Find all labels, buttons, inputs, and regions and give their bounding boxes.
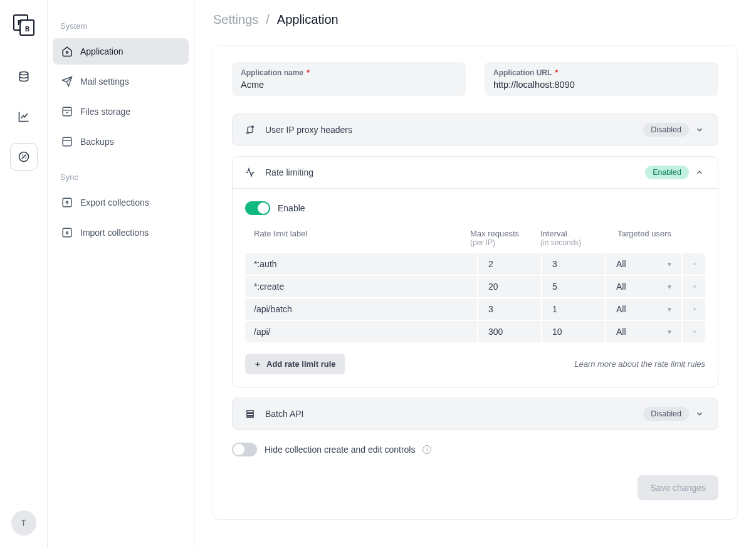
section-rate-label: Rate limiting [265,167,645,177]
svg-rect-17 [247,413,254,415]
rate-table-header: Rate limit label Max requests (per IP) I… [245,229,705,253]
plus-icon [254,361,261,368]
app-url-input[interactable] [493,78,710,91]
rate-row-max[interactable]: 3 [480,298,542,320]
app-name-field[interactable]: Application name * [232,62,466,96]
app-name-label: Application name * [241,68,457,77]
required-star: * [307,68,310,77]
sidebar-item-label: Import collections [80,228,149,238]
svg-point-15 [252,126,254,128]
rail-logs-icon[interactable] [10,103,38,130]
rate-limit-row: *:create205All▼ [245,276,705,298]
rate-row-interval[interactable]: 5 [543,276,606,297]
dropdown-icon: ▼ [666,306,673,313]
info-icon[interactable]: i [423,445,431,454]
sidebar-section-sync: Sync [53,170,189,184]
section-batch-header-toggle[interactable]: Batch API Disabled [233,398,718,429]
upload-icon [61,197,73,208]
chevron-up-icon [695,168,705,177]
col-label: Rate limit label [245,229,469,247]
rail-collections-icon[interactable] [10,63,38,90]
rate-row-target-select[interactable]: All▼ [607,276,683,297]
sidebar-item-export[interactable]: Export collections [53,189,189,216]
dropdown-icon: ▼ [666,283,673,290]
rate-row-target-select[interactable]: All▼ [607,321,683,342]
send-icon [61,76,73,87]
avatar[interactable]: T [11,510,36,535]
icon-rail: P B T [0,0,47,548]
rate-row-target-select[interactable]: All▼ [607,253,683,275]
learn-more-link[interactable]: Learn more about the rate limit rules [574,359,705,369]
col-interval: Interval (in seconds) [540,229,606,247]
home-icon [61,46,73,57]
rate-row-delete-button[interactable] [684,253,705,275]
rate-row-interval[interactable]: 10 [543,321,606,342]
rate-row-label[interactable]: *:auth [245,253,478,275]
breadcrumb-root[interactable]: Settings [213,13,258,27]
hide-controls-label: Hide collection create and edit controls [265,445,415,455]
download-icon [61,227,73,238]
col-max: Max requests (per IP) [470,229,539,247]
enable-toggle-label: Enable [278,203,305,213]
rate-row-max[interactable]: 20 [480,276,542,297]
section-rate-limiting: Rate limiting Enabled Enable Rate limit … [232,156,718,387]
rate-limiting-body: Enable Rate limit label Max requests (pe… [233,188,718,387]
save-changes-button[interactable]: Save changes [638,475,718,500]
rate-row-target-select[interactable]: All▼ [607,298,683,320]
sidebar-item-label: Export collections [80,198,149,208]
col-target: Targeted users [607,229,683,247]
dropdown-icon: ▼ [666,261,673,268]
archive-icon [61,106,73,117]
rate-row-interval[interactable]: 3 [543,253,606,275]
hide-controls-row: Hide collection create and edit controls… [232,443,718,456]
sidebar-item-files-storage[interactable]: Files storage [53,98,189,125]
sidebar-item-mail-settings[interactable]: Mail settings [53,68,189,95]
sidebar-item-application[interactable]: Application [53,38,189,65]
app-name-input[interactable] [241,78,457,91]
section-rate-header-toggle[interactable]: Rate limiting Enabled [233,157,718,188]
required-star: * [555,68,558,77]
rate-limit-table: Rate limit label Max requests (per IP) I… [245,229,705,342]
svg-rect-16 [247,411,254,413]
route-icon [245,125,256,135]
rate-row-delete-button[interactable] [684,276,705,297]
sidebar-section-system: System [53,19,189,33]
dropdown-icon: ▼ [666,329,673,335]
rate-row-delete-button[interactable] [684,321,705,342]
rate-limit-row: *:auth23All▼ [245,253,705,276]
section-proxy-header-toggle[interactable]: User IP proxy headers Disabled [233,114,718,145]
sidebar-item-import[interactable]: Import collections [53,219,189,246]
rate-row-delete-button[interactable] [684,298,705,320]
sidebar-item-label: Mail settings [80,76,129,87]
rate-row-label[interactable]: *:create [245,276,478,297]
rail-settings-icon[interactable] [10,143,38,171]
svg-point-6 [66,51,68,53]
batch-status-badge: Disabled [643,407,689,421]
rate-row-max[interactable]: 2 [480,253,542,275]
sidebar-item-backups[interactable]: Backups [53,129,189,155]
enable-toggle[interactable] [245,201,270,215]
main-content: Settings / Application Application name … [194,0,756,548]
box-icon [61,136,73,147]
svg-rect-18 [247,416,254,418]
hide-controls-toggle[interactable] [232,443,257,456]
add-rate-rule-button[interactable]: Add rate limit rule [245,354,345,374]
rate-row-label[interactable]: /api/batch [245,298,478,320]
app-url-label: Application URL * [493,68,710,77]
sidebar-item-label: Application [80,46,123,56]
rate-row-interval[interactable]: 1 [543,298,606,320]
section-batch-label: Batch API [265,409,643,419]
app-url-field[interactable]: Application URL * [485,62,718,96]
rate-row-label[interactable]: /api/ [245,321,478,342]
section-proxy-headers: User IP proxy headers Disabled [232,113,718,146]
svg-text:P: P [18,19,22,26]
svg-rect-7 [63,107,71,116]
svg-text:B: B [25,26,29,33]
activity-icon [245,167,256,177]
logo-icon: P B [11,13,36,38]
rate-status-badge: Enabled [645,166,689,179]
section-batch-api: Batch API Disabled [232,398,718,430]
rate-row-max[interactable]: 300 [480,321,542,342]
proxy-status-badge: Disabled [643,123,689,137]
breadcrumb-current: Application [277,13,339,27]
